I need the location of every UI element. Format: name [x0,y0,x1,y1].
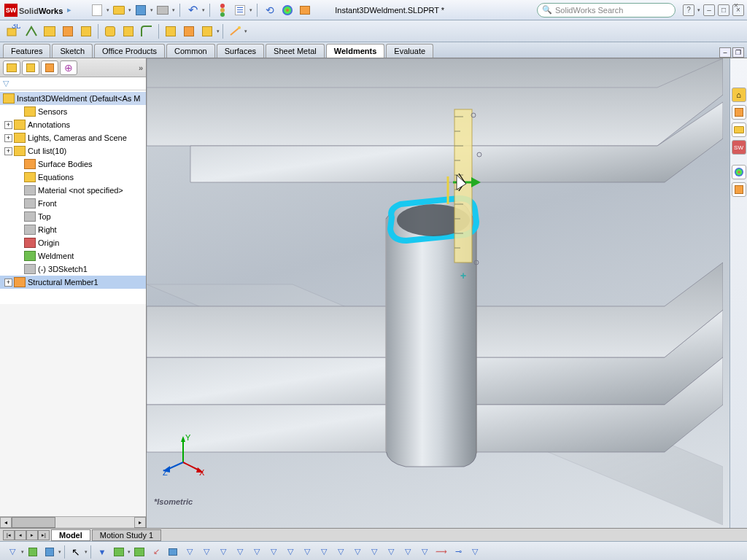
tree-expander[interactable]: + [4,121,12,129]
open-button[interactable] [111,2,127,18]
filter-connection-points-button[interactable]: ⟿ [433,544,449,560]
select-button[interactable]: ↖ [68,544,84,560]
tree-item[interactable]: +Cut list(10) [0,144,146,158]
tree-item[interactable]: Equations [0,171,146,184]
scroll-left-button[interactable]: ◂ [0,517,12,528]
tree-item[interactable]: Surface Bodies [0,158,146,171]
help-button[interactable]: ? [683,4,694,16]
structural-member-button[interactable] [41,23,58,40]
tree-item[interactable]: +Annotations [0,118,146,131]
file-explorer-button[interactable] [732,122,746,137]
tab-common[interactable]: Common [166,44,215,58]
appearance-button[interactable] [279,2,295,18]
mdi-restore-button[interactable]: ❐ [732,47,744,58]
filter-dowel-button[interactable]: ▽ [417,544,433,560]
tree-item[interactable]: Front [0,197,146,210]
filter-blocks-button[interactable]: ▽ [400,544,416,560]
filter-sketch-points-button[interactable]: ▽ [182,544,198,560]
tab-first-button[interactable]: |◂ [3,530,15,540]
tree-item[interactable]: Right [0,223,146,236]
filter-solid-bodies-button[interactable] [111,544,127,560]
filter-overlap-button[interactable]: ▽ [467,544,483,560]
3d-viewport[interactable]: 🔍 🔍 ↶ ◐ [147,58,729,528]
tab-surfaces[interactable]: Surfaces [217,44,264,58]
toggle-filter-button[interactable]: ▼ [94,544,110,560]
tab-prev-button[interactable]: ◂ [15,530,26,540]
tree-hscrollbar[interactable]: ◂ ▸ [0,516,146,528]
tree-item[interactable]: +Structural Member1 [0,276,146,289]
filter-midpoints-button[interactable]: ▽ [215,544,231,560]
view-palette-button[interactable]: SW [732,140,746,155]
filter-axes-button[interactable]: ↙ [148,544,164,560]
filter-datum-target-button[interactable]: ▽ [366,544,382,560]
search-input[interactable]: 🔍 SolidWorks Search [537,3,676,18]
gusset-button[interactable] [120,23,137,40]
resources-button[interactable]: ⌂ [732,88,746,102]
filter-route-points-button[interactable]: ⊸ [450,544,466,560]
logo-expand-icon[interactable]: ▸ [67,5,71,15]
tree-item[interactable]: Sensors [0,105,146,118]
filter-planes-button[interactable] [165,544,181,560]
filter-centerlines-button[interactable]: ▽ [249,544,265,560]
scroll-thumb[interactable] [12,517,55,528]
options-list-button[interactable] [232,2,248,18]
weldment-button[interactable] [23,23,40,40]
filter-surface-finish-button[interactable]: ▽ [299,544,315,560]
tab-sketch[interactable]: Sketch [52,44,93,58]
tree-expander[interactable]: + [4,134,12,142]
tree-item[interactable]: (-) 3DSketch1 [0,262,146,276]
tab-next-button[interactable]: ▸ [26,530,38,540]
mdi-minimize-button[interactable]: – [719,47,731,58]
taskpane-close-button[interactable]: × [734,1,744,12]
appearances-button[interactable] [732,165,746,179]
cut-list-button[interactable] [162,23,179,40]
feature-manager-tab[interactable] [3,61,20,75]
tree-expander[interactable]: + [4,147,12,155]
undo-button[interactable]: ↶ [185,2,201,18]
print-button[interactable] [155,2,171,18]
filter-sketch-segments-button[interactable]: ▽ [198,544,214,560]
filter-vertices-button[interactable]: ▽ [4,544,20,560]
configuration-manager-tab[interactable] [41,61,58,75]
filter-dimensions-button[interactable]: ▽ [266,544,282,560]
filter-edges-button[interactable] [25,544,41,560]
tab-office-products[interactable]: Office Products [94,44,165,58]
dimxpert-manager-tab[interactable]: ⊕ [60,61,77,75]
motion-study-tab[interactable]: Motion Study 1 [92,529,161,541]
end-cap-button[interactable] [101,23,119,40]
extrude-button[interactable] [77,23,95,40]
filter-gtol-button[interactable]: ▽ [316,544,332,560]
tree-filter-input[interactable]: ▽ [0,77,146,90]
design-library-button[interactable] [732,105,746,120]
tree-expander[interactable]: + [4,279,12,287]
tab-features[interactable]: Features [3,44,50,58]
custom-properties-button[interactable] [732,182,746,197]
model-tab[interactable]: Model [51,529,90,541]
filter-faces-button[interactable] [42,544,58,560]
rebuild-button[interactable]: ⟲ [262,2,278,18]
tree-item[interactable]: Origin [0,236,146,249]
3dsketch-button[interactable] [198,23,216,40]
view-triad[interactable]: Y X Z [161,433,205,477]
fillet-bead-button[interactable] [138,23,155,40]
traffic-light-icon[interactable] [214,2,231,18]
trim-extend-button[interactable] [59,23,77,40]
tree-item[interactable]: Top [0,210,146,223]
tab-weldments[interactable]: Weldments [326,44,384,58]
instant3d-button[interactable]: 3D [4,23,22,40]
new-button[interactable] [89,2,105,18]
filter-center-marks-button[interactable]: ▽ [232,544,248,560]
panel-collapse-button[interactable]: » [139,63,143,72]
filter-notes-button[interactable]: ▽ [282,544,298,560]
filter-weld-symbols-button[interactable]: ▽ [333,544,349,560]
minimize-button[interactable]: – [703,4,715,16]
tree-item[interactable]: +Lights, Cameras and Scene [0,131,146,144]
tab-sheet-metal[interactable]: Sheet Metal [266,44,325,58]
scroll-right-button[interactable]: ▸ [134,517,146,528]
filter-cosmetic-thread-button[interactable]: ▽ [383,544,399,560]
weld-table-button[interactable] [180,23,198,40]
filter-surface-bodies-button[interactable] [131,544,147,560]
filter-datum-button[interactable]: ▽ [349,544,365,560]
maximize-button[interactable]: □ [718,4,729,16]
tree-item[interactable]: Material <not specified> [0,184,146,197]
